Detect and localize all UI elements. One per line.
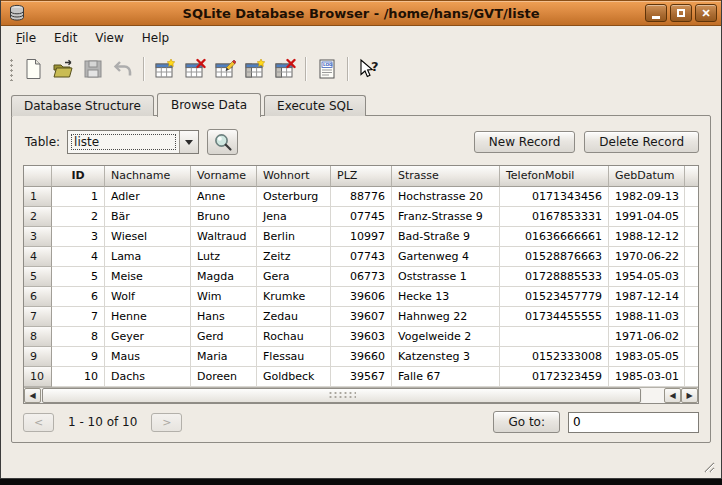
- table-cell[interactable]: Falle 67: [392, 367, 500, 387]
- create-index-button[interactable]: [241, 55, 269, 83]
- table-cell[interactable]: 1: [52, 187, 105, 207]
- table-cell[interactable]: Anne: [191, 187, 257, 207]
- table-cell[interactable]: Hochstrasse 20: [392, 187, 500, 207]
- table-cell[interactable]: Wim: [191, 287, 257, 307]
- table-cell[interactable]: 5: [52, 267, 105, 287]
- table-cell[interactable]: Hecke 13: [392, 287, 500, 307]
- table-cell[interactable]: Doreen: [191, 367, 257, 387]
- table-cell[interactable]: Lutz: [191, 247, 257, 267]
- scroll-right-button[interactable]: ▶: [681, 388, 698, 403]
- table-cell[interactable]: 8: [52, 327, 105, 347]
- next-page-button[interactable]: >: [151, 413, 182, 432]
- table-cell[interactable]: 06773: [331, 267, 392, 287]
- table-cell[interactable]: 1988-11-03: [609, 307, 685, 327]
- row-header[interactable]: 3: [24, 227, 52, 247]
- revert-changes-button[interactable]: [109, 55, 137, 83]
- menu-view[interactable]: View: [86, 28, 132, 48]
- table-cell[interactable]: Geyer: [105, 327, 191, 347]
- row-header[interactable]: 6: [24, 287, 52, 307]
- table-cell[interactable]: 0167853331: [500, 207, 609, 227]
- table-cell[interactable]: Maria: [191, 347, 257, 367]
- table-cell[interactable]: Osterburg: [257, 187, 331, 207]
- table-cell[interactable]: Gartenweg 4: [392, 247, 500, 267]
- table-cell[interactable]: Vogelweide 2: [392, 327, 500, 347]
- table-cell[interactable]: Berlin: [257, 227, 331, 247]
- minimize-button[interactable]: [645, 4, 667, 22]
- table-cell[interactable]: [500, 327, 609, 347]
- table-cell[interactable]: Katzensteg 3: [392, 347, 500, 367]
- row-header[interactable]: 9: [24, 347, 52, 367]
- title-bar[interactable]: SQLite Database Browser - /home/hans/GVT…: [1, 0, 721, 26]
- table-cell[interactable]: 1954-05-03: [609, 267, 685, 287]
- row-header[interactable]: 2: [24, 207, 52, 227]
- table-cell[interactable]: Rochau: [257, 327, 331, 347]
- table-cell[interactable]: Bär: [105, 207, 191, 227]
- whats-this-button[interactable]: ?: [355, 55, 383, 83]
- table-cell[interactable]: Flessau: [257, 347, 331, 367]
- table-cell[interactable]: 1970-06-22: [609, 247, 685, 267]
- delete-record-button[interactable]: Delete Record: [584, 131, 699, 153]
- table-cell[interactable]: 01636666661: [500, 227, 609, 247]
- delete-table-button[interactable]: [181, 55, 209, 83]
- table-cell[interactable]: Dachs: [105, 367, 191, 387]
- table-cell[interactable]: Hans: [191, 307, 257, 327]
- column-header-id[interactable]: ID: [52, 166, 105, 187]
- table-cell[interactable]: 39567: [331, 367, 392, 387]
- horizontal-scrollbar[interactable]: ◀ ◀ ▶: [24, 387, 698, 403]
- table-select[interactable]: liste: [67, 130, 199, 154]
- table-cell[interactable]: 01728885533: [500, 267, 609, 287]
- show-log-button[interactable]: LOG: [313, 55, 341, 83]
- column-header-corner[interactable]: [24, 166, 52, 187]
- table-cell[interactable]: 01734455555: [500, 307, 609, 327]
- menu-edit[interactable]: Edit: [45, 28, 86, 48]
- save-database-button[interactable]: [79, 55, 107, 83]
- table-cell[interactable]: Bruno: [191, 207, 257, 227]
- table-cell[interactable]: 39607: [331, 307, 392, 327]
- table-cell[interactable]: 39660: [331, 347, 392, 367]
- row-header[interactable]: 8: [24, 327, 52, 347]
- toolbar-drag-handle-icon[interactable]: [8, 57, 14, 81]
- column-header-gebdatum[interactable]: GebDatum: [609, 166, 685, 187]
- table-cell[interactable]: 3: [52, 227, 105, 247]
- tab-database-structure[interactable]: Database Structure: [11, 95, 154, 116]
- table-cell[interactable]: Adler: [105, 187, 191, 207]
- search-button[interactable]: [207, 129, 238, 155]
- table-cell[interactable]: Henne: [105, 307, 191, 327]
- new-record-button[interactable]: New Record: [474, 131, 575, 153]
- table-cell[interactable]: 9: [52, 347, 105, 367]
- table-cell[interactable]: 1971-06-02: [609, 327, 685, 347]
- row-header[interactable]: 1: [24, 187, 52, 207]
- previous-page-button[interactable]: <: [23, 413, 54, 432]
- table-cell[interactable]: 07743: [331, 247, 392, 267]
- table-cell[interactable]: Oststrasse 1: [392, 267, 500, 287]
- table-cell[interactable]: 39606: [331, 287, 392, 307]
- column-header-strasse[interactable]: Strasse: [392, 166, 500, 187]
- column-header-plz[interactable]: PLZ: [331, 166, 392, 187]
- table-cell[interactable]: Gerd: [191, 327, 257, 347]
- table-cell[interactable]: 1991-04-05: [609, 207, 685, 227]
- table-cell[interactable]: Krumke: [257, 287, 331, 307]
- table-cell[interactable]: Wiesel: [105, 227, 191, 247]
- table-cell[interactable]: 1982-09-13: [609, 187, 685, 207]
- table-cell[interactable]: 7: [52, 307, 105, 327]
- table-cell[interactable]: 6: [52, 287, 105, 307]
- close-button[interactable]: ✕: [695, 4, 717, 22]
- table-cell[interactable]: 2: [52, 207, 105, 227]
- table-cell[interactable]: Maus: [105, 347, 191, 367]
- open-database-button[interactable]: [49, 55, 77, 83]
- goto-button[interactable]: Go to:: [493, 411, 560, 433]
- table-cell[interactable]: 0172323459: [500, 367, 609, 387]
- delete-index-button[interactable]: [271, 55, 299, 83]
- scrollbar-thumb[interactable]: [42, 388, 641, 403]
- modify-table-button[interactable]: [211, 55, 239, 83]
- tab-execute-sql[interactable]: Execute SQL: [264, 95, 366, 116]
- table-cell[interactable]: Zedau: [257, 307, 331, 327]
- tab-browse-data[interactable]: Browse Data: [157, 93, 261, 117]
- table-cell[interactable]: 10997: [331, 227, 392, 247]
- table-cell[interactable]: 1985-03-01: [609, 367, 685, 387]
- table-cell[interactable]: Franz-Strasse 9: [392, 207, 500, 227]
- table-cell[interactable]: Zeitz: [257, 247, 331, 267]
- table-cell[interactable]: Waltraud: [191, 227, 257, 247]
- column-header-vorname[interactable]: Vorname: [191, 166, 257, 187]
- table-cell[interactable]: Magda: [191, 267, 257, 287]
